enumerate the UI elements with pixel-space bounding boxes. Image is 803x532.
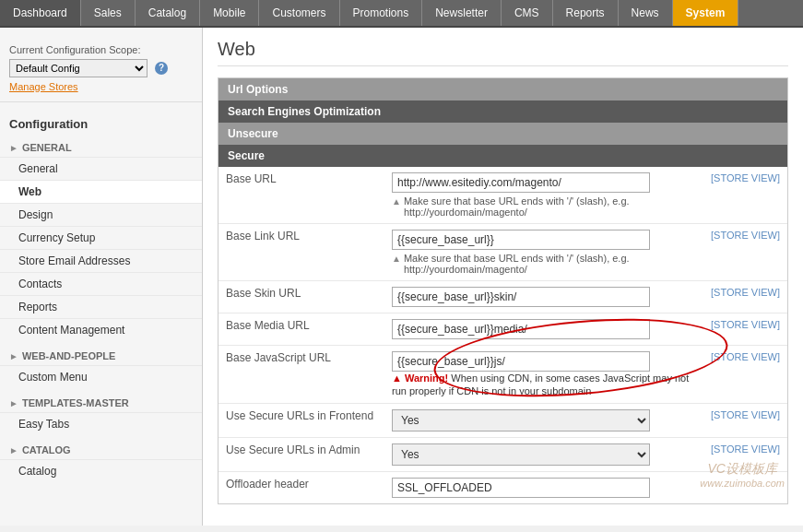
table-row: Base Link URL▲Make sure that base URL en… [218,224,787,281]
field-select-5[interactable]: Yes [392,409,650,432]
field-store-view[interactable]: [STORE VIEW] [703,404,787,438]
sidebar-group-title: ►TEMPLATES-MASTER [0,392,202,412]
scope-help-icon[interactable]: ? [155,62,168,75]
field-label: Base Media URL [218,313,384,346]
nav-item-promotions[interactable]: Promotions [340,0,423,26]
sidebar: Current Configuration Scope: Default Con… [0,28,203,526]
group-arrow-icon: ► [9,351,18,361]
scope-select[interactable]: Default Config [9,59,148,77]
field-input-cell: ▲Make sure that base URL ends with '/' (… [384,224,703,281]
sidebar-group-title: ►GENERAL [0,136,202,157]
field-store-view[interactable]: [STORE VIEW] [703,167,787,224]
sidebar-item-easy-tabs[interactable]: Easy Tabs [0,412,202,435]
field-label: Base URL [218,167,384,224]
page-title: Web [218,39,788,66]
sidebar-item-contacts[interactable]: Contacts [0,272,202,295]
main-content: Web Url OptionsSearch Engines Optimizati… [203,28,803,526]
sidebar-item-general[interactable]: General [0,157,202,180]
table-row: Base JavaScript URL▲ Warning! When using… [218,346,787,404]
sidebar-item-store-email-addresses[interactable]: Store Email Addresses [0,249,202,272]
scope-label: Current Configuration Scope: [9,44,193,55]
table-row: Use Secure URLs in FrontendYes[STORE VIE… [218,404,787,438]
field-label: Base JavaScript URL [218,346,384,404]
field-select-6[interactable]: Yes [392,443,650,466]
field-input-1[interactable] [392,230,650,250]
sidebar-item-web[interactable]: Web [0,180,202,203]
field-input-7[interactable] [392,478,650,498]
table-row: Base URL▲Make sure that base URL ends wi… [218,167,787,224]
sidebar-item-custom-menu[interactable]: Custom Menu [0,365,202,388]
field-input-2[interactable] [392,287,650,307]
sidebar-group-title: ►WEB-AND-PEOPLE [0,345,202,365]
sidebar-group-templates-master: ►TEMPLATES-MASTEREasy Tabs [0,392,202,435]
group-arrow-icon: ► [9,143,18,153]
field-input-3[interactable] [392,319,650,339]
field-hint: ▲Make sure that base URL ends with '/' (… [392,195,696,218]
field-store-view[interactable]: [STORE VIEW] [703,281,787,313]
field-store-view [703,472,787,504]
manage-stores-link[interactable]: Manage Stores [9,81,193,92]
group-arrow-icon: ► [9,398,18,408]
hint-triangle-icon: ▲ [392,254,401,264]
nav-item-cms[interactable]: CMS [502,0,553,26]
field-label: Base Skin URL [218,281,384,313]
settings-table: Base URL▲Make sure that base URL ends wi… [218,167,787,503]
nav-item-catalog[interactable]: Catalog [136,0,200,26]
field-store-view[interactable]: [STORE VIEW] [703,224,787,281]
section-header-search-engines-optimization: Search Engines Optimization [218,100,787,123]
field-store-view[interactable]: [STORE VIEW] [703,438,787,472]
nav-item-system[interactable]: System [673,0,739,26]
nav-item-news[interactable]: News [619,0,673,26]
field-hint: ▲Make sure that base URL ends with '/' (… [392,253,696,275]
nav-item-mobile[interactable]: Mobile [200,0,259,26]
section-header-secure: Secure [218,145,787,167]
table-row: Use Secure URLs in AdminYes[STORE VIEW] [218,438,787,472]
sidebar-item-reports[interactable]: Reports [0,295,202,318]
sidebar-item-catalog[interactable]: Catalog [0,459,202,482]
top-navigation: DashboardSalesCatalogMobileCustomersProm… [0,0,803,28]
group-arrow-icon: ► [9,445,18,455]
sidebar-group-web-and-people: ►WEB-AND-PEOPLECustom Menu [0,345,202,388]
sidebar-section-title: Configuration [0,110,202,136]
field-input-4[interactable] [392,351,650,372]
secure-section: Url OptionsSearch Engines OptimizationUn… [218,77,788,504]
sidebar-group-title: ►CATALOG [0,439,202,459]
field-input-0[interactable] [392,172,650,193]
field-label: Base Link URL [218,224,384,281]
field-label: Offloader header [218,472,384,504]
hint-triangle-icon: ▲ [392,196,401,207]
form-content: Base URL▲Make sure that base URL ends wi… [218,167,787,503]
sidebar-item-content-management[interactable]: Content Management [0,318,202,341]
field-store-view[interactable]: [STORE VIEW] [703,313,787,346]
field-label: Use Secure URLs in Frontend [218,404,384,438]
table-row: Base Media URL[STORE VIEW] [218,313,787,346]
field-input-cell [384,472,703,504]
sidebar-group-catalog: ►CATALOGCatalog [0,439,202,482]
field-input-cell: Yes [384,404,703,438]
sidebar-item-currency-setup[interactable]: Currency Setup [0,226,202,249]
nav-item-reports[interactable]: Reports [553,0,619,26]
nav-item-dashboard[interactable]: Dashboard [0,0,81,26]
field-label: Use Secure URLs in Admin [218,438,384,472]
scope-selector: Current Configuration Scope: Default Con… [0,37,202,102]
field-input-cell [384,313,703,346]
table-row: Offloader header [218,472,787,504]
sidebar-group-general: ►GENERALGeneralWebDesignCurrency SetupSt… [0,136,202,341]
field-input-cell: ▲Make sure that base URL ends with '/' (… [384,167,703,224]
section-header-url-options: Url Options [218,78,787,100]
table-row: Base Skin URL[STORE VIEW] [218,281,787,313]
field-input-cell: Yes [384,438,703,472]
sidebar-item-design[interactable]: Design [0,203,202,226]
nav-item-customers[interactable]: Customers [259,0,339,26]
nav-item-newsletter[interactable]: Newsletter [422,0,502,26]
field-input-cell: ▲ Warning! When using CDN, in some cases… [384,346,703,404]
field-input-cell [384,281,703,313]
field-store-view[interactable]: [STORE VIEW] [703,346,787,404]
section-header-unsecure: Unsecure [218,123,787,145]
field-warning: ▲ Warning! When using CDN, in some cases… [392,372,696,397]
nav-item-sales[interactable]: Sales [81,0,136,26]
